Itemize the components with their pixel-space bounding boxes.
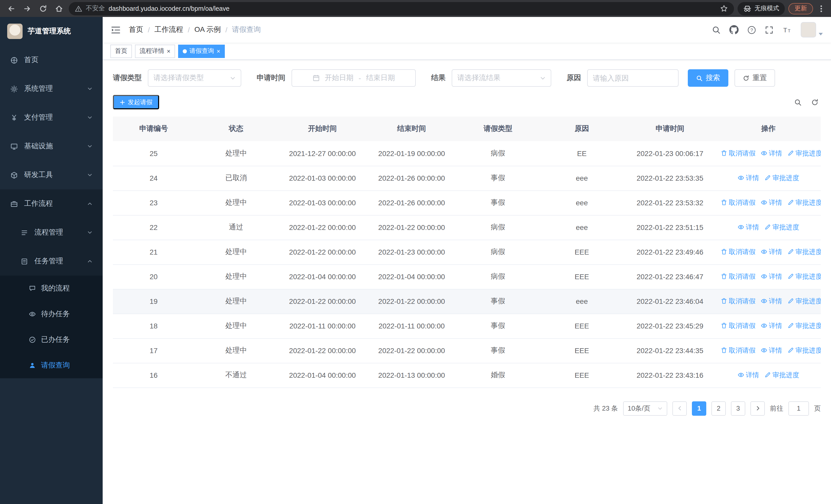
detail-link[interactable]: 详情 [738, 370, 759, 380]
approval-progress-link[interactable]: 审批进度 [787, 321, 821, 330]
cell-leave-type: 病假 [456, 264, 540, 289]
approval-progress-link[interactable]: 审批进度 [764, 223, 799, 232]
approval-progress-link[interactable]: 审批进度 [787, 198, 821, 207]
cell-reason: eee [540, 166, 624, 190]
sidebar-item-devtools[interactable]: 研发工具 [0, 161, 103, 189]
next-page-button[interactable] [750, 401, 765, 415]
cancel-leave-link[interactable]: 取消请假 [721, 149, 755, 158]
sidebar-item-workflow[interactable]: 工作流程 [0, 189, 103, 218]
detail-link[interactable]: 详情 [761, 198, 782, 207]
cell-actions: 取消请假详情审批进度 [716, 338, 821, 363]
cell-apply-time: 2022-01-22 23:53:32 [624, 190, 716, 215]
search-button[interactable]: 搜索 [688, 69, 728, 87]
browser-back-icon[interactable] [5, 2, 18, 14]
tab-home[interactable]: 首页 [110, 45, 132, 58]
sidebar-item-system[interactable]: 系统管理 [0, 75, 103, 103]
page-button-1[interactable]: 1 [692, 401, 706, 415]
col-apply-time: 申请时间 [624, 117, 716, 141]
browser-menu-icon[interactable] [816, 4, 826, 12]
tab-leave-query[interactable]: 请假查询 × [178, 45, 225, 58]
help-icon[interactable]: ? [747, 25, 756, 34]
approval-progress-link[interactable]: 审批进度 [787, 272, 821, 281]
apply-time-range-picker[interactable]: 开始日期 - 结束日期 [291, 69, 416, 87]
tab-process-detail[interactable]: 流程详情 × [135, 45, 175, 58]
sidebar-item-infrastructure[interactable]: 基础设施 [0, 132, 103, 161]
detail-link[interactable]: 详情 [761, 247, 782, 257]
cancel-leave-link[interactable]: 取消请假 [721, 321, 755, 330]
sidebar-item-leave-query[interactable]: 请假查询 [0, 353, 103, 378]
page-button-3[interactable]: 3 [731, 401, 745, 415]
sidebar-item-process-management[interactable]: 流程管理 [0, 218, 103, 247]
detail-link[interactable]: 详情 [761, 272, 782, 281]
sidebar-item-task-management[interactable]: 任务管理 [0, 247, 103, 276]
create-leave-button[interactable]: 发起请假 [113, 95, 159, 109]
start-date-placeholder: 开始日期 [325, 73, 353, 83]
close-icon[interactable]: × [217, 48, 220, 54]
breadcrumb-home[interactable]: 首页 [129, 25, 143, 34]
action-label: 详情 [769, 346, 782, 355]
col-start-time: 开始时间 [278, 117, 367, 141]
reset-button[interactable]: 重置 [735, 69, 775, 87]
cell-status: 处理中 [194, 141, 278, 166]
user-menu[interactable] [801, 22, 823, 37]
browser-chrome: 不安全 dashboard.yudao.iocoder.cn/bpm/oa/le… [0, 0, 831, 17]
cancel-leave-link[interactable]: 取消请假 [721, 198, 755, 207]
approval-progress-link[interactable]: 审批进度 [764, 370, 799, 380]
action-label: 审批进度 [773, 223, 799, 232]
detail-link[interactable]: 详情 [738, 174, 759, 183]
goto-page-input[interactable] [789, 401, 809, 415]
cancel-leave-link[interactable]: 取消请假 [721, 346, 755, 355]
eye-icon [761, 249, 767, 255]
table-row: 16不通过2022-01-04 00:00:002022-01-13 00:00… [113, 363, 821, 387]
update-button[interactable]: 更新 [789, 3, 813, 14]
trash-icon [721, 273, 727, 280]
goto-unit-label: 页 [814, 404, 821, 413]
cancel-leave-link[interactable]: 取消请假 [721, 272, 755, 281]
breadcrumb-workflow[interactable]: 工作流程 [154, 25, 183, 34]
detail-link[interactable]: 详情 [761, 321, 782, 330]
cancel-leave-link[interactable]: 取消请假 [721, 247, 755, 257]
prev-page-button[interactable] [672, 401, 687, 415]
detail-link[interactable]: 详情 [761, 297, 782, 306]
url-bar[interactable]: 不安全 dashboard.yudao.iocoder.cn/bpm/oa/le… [69, 2, 734, 15]
sidebar-collapse-icon[interactable] [111, 25, 121, 35]
browser-forward-icon[interactable] [21, 2, 33, 14]
reason-input[interactable] [587, 69, 679, 87]
leave-type-select[interactable]: 请选择请假类型 [148, 69, 241, 87]
cell-end-time: 2022-01-22 00:00:00 [367, 338, 456, 363]
approval-progress-link[interactable]: 审批进度 [787, 297, 821, 306]
browser-home-icon[interactable] [53, 2, 65, 14]
header-search-icon[interactable] [712, 25, 721, 34]
approval-progress-link[interactable]: 审批进度 [764, 174, 799, 183]
page-size-select[interactable]: 10条/页 [623, 401, 667, 415]
toggle-search-icon[interactable] [794, 98, 802, 106]
browser-reload-icon[interactable] [37, 2, 49, 14]
cancel-leave-link[interactable]: 取消请假 [721, 297, 755, 306]
eye-icon [761, 298, 767, 305]
detail-link[interactable]: 详情 [761, 149, 782, 158]
page-button-2[interactable]: 2 [711, 401, 726, 415]
cell-status: 处理中 [194, 264, 278, 289]
close-icon[interactable]: × [167, 48, 170, 54]
sidebar-item-todo-tasks[interactable]: 待办任务 [0, 301, 103, 327]
breadcrumb-oa-example[interactable]: OA 示例 [195, 25, 221, 34]
sidebar-item-payment[interactable]: 支付管理 [0, 103, 103, 132]
result-select[interactable]: 请选择流结果 [452, 69, 551, 87]
topbar: 首页 / 工作流程 / OA 示例 / 请假查询 ? [103, 17, 831, 42]
table-row: 24已取消2022-01-03 00:00:002022-01-26 00:00… [113, 166, 821, 190]
sidebar: 芋道管理系统 首页 系统管理 支付管理 [0, 17, 103, 504]
sidebar-item-home[interactable]: 首页 [0, 46, 103, 75]
refresh-table-icon[interactable] [811, 98, 819, 106]
approval-progress-link[interactable]: 审批进度 [787, 346, 821, 355]
sidebar-item-done-tasks[interactable]: 已办任务 [0, 327, 103, 353]
approval-progress-link[interactable]: 审批进度 [787, 149, 821, 158]
detail-link[interactable]: 详情 [761, 346, 782, 355]
detail-link[interactable]: 详情 [738, 223, 759, 232]
trash-icon [721, 298, 727, 305]
font-size-icon[interactable]: TT [782, 25, 792, 34]
sidebar-item-my-process[interactable]: 我的流程 [0, 276, 103, 301]
approval-progress-link[interactable]: 审批进度 [787, 247, 821, 257]
bookmark-star-icon[interactable] [720, 5, 728, 12]
github-icon[interactable] [729, 25, 739, 34]
fullscreen-icon[interactable] [765, 25, 774, 34]
